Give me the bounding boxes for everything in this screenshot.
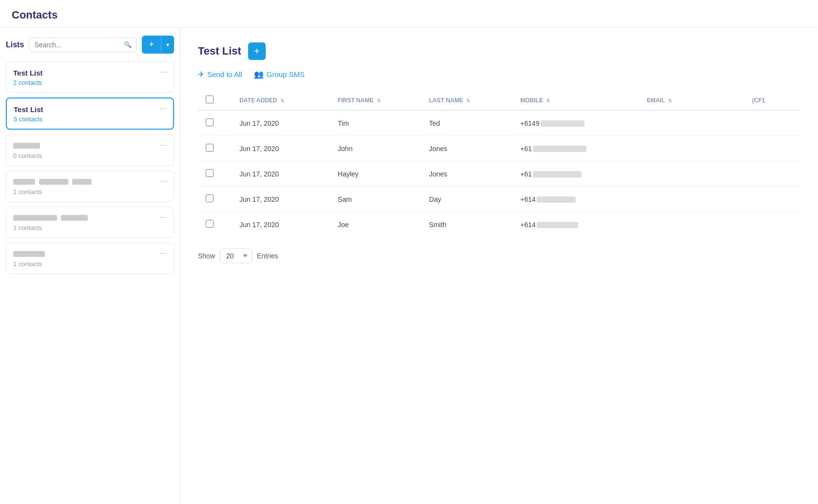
- row-checkbox[interactable]: [206, 118, 214, 126]
- row-date: Jun 17, 2020: [232, 136, 330, 161]
- row-last-name: Smith: [421, 212, 512, 237]
- th-first-name[interactable]: FIRST NAME ⇅: [330, 91, 421, 110]
- list-item[interactable]: ··· 1 contacts: [6, 207, 174, 238]
- list-item[interactable]: ··· 1 contacts: [6, 171, 174, 202]
- th-select-all[interactable]: [198, 91, 232, 110]
- table-row: Jun 17, 2020 John Jones +61: [198, 136, 800, 161]
- group-sms-label: Group SMS: [267, 70, 305, 78]
- list-item-name: [13, 142, 167, 150]
- th-cf1-label: (CF1: [752, 97, 765, 104]
- list-item-menu[interactable]: ···: [159, 104, 167, 113]
- row-cf1: [744, 161, 800, 187]
- list-item-count: 2 contacts: [13, 79, 167, 86]
- sort-arrows-lastname: ⇅: [466, 98, 470, 103]
- row-mobile: +61: [512, 161, 639, 187]
- th-date-added-label: DATE ADDED: [239, 97, 277, 104]
- list-item-menu[interactable]: ···: [160, 141, 168, 150]
- phone-prefix: +61: [520, 145, 532, 153]
- sidebar-header: Lists 🔍 + ▾: [6, 36, 174, 54]
- search-input[interactable]: [34, 41, 121, 49]
- row-cf1: [744, 187, 800, 212]
- list-item[interactable]: ··· Test List 5 contacts: [6, 97, 174, 130]
- row-email: [639, 110, 744, 136]
- row-date: Jun 17, 2020: [232, 212, 330, 237]
- table-header-row: DATE ADDED ⇅ FIRST NAME ⇅ LAST NAME ⇅: [198, 91, 800, 110]
- list-item-count: 1 contacts: [13, 188, 167, 195]
- sidebar: Lists 🔍 + ▾ ··· Test List 2 contacts ···…: [0, 28, 180, 504]
- th-email[interactable]: EMAIL ⇅: [639, 91, 744, 110]
- page-title: Contacts: [12, 9, 806, 21]
- row-last-name: Jones: [421, 136, 512, 161]
- row-first-name: Tim: [330, 110, 421, 136]
- sort-arrows-date: ⇅: [280, 98, 284, 103]
- add-list-dropdown-button[interactable]: ▾: [161, 36, 174, 54]
- row-checkbox[interactable]: [206, 144, 214, 152]
- action-bar: ✈ Send to All 👥 Group SMS: [198, 70, 800, 79]
- list-item-menu[interactable]: ···: [160, 249, 168, 258]
- list-item-menu[interactable]: ···: [160, 213, 168, 222]
- entries-select[interactable]: 10 20 50 100: [220, 249, 252, 263]
- row-email: [639, 212, 744, 237]
- sort-arrows-firstname: ⇅: [377, 98, 381, 103]
- th-cf1: (CF1: [744, 91, 800, 110]
- row-first-name: Joe: [330, 212, 421, 237]
- row-last-name: Day: [421, 187, 512, 212]
- lists-label: Lists: [6, 40, 24, 49]
- main-content: Test List + ✈ Send to All 👥 Group SMS: [180, 28, 818, 504]
- show-label: Show: [198, 252, 215, 260]
- row-checkbox-cell[interactable]: [198, 187, 232, 212]
- th-date-added[interactable]: DATE ADDED ⇅: [232, 91, 330, 110]
- row-checkbox-cell[interactable]: [198, 136, 232, 161]
- row-mobile: +614: [512, 212, 639, 237]
- search-icon: 🔍: [124, 41, 132, 48]
- phone-prefix: +614: [520, 195, 536, 203]
- list-item-count: 1 contacts: [13, 224, 167, 232]
- row-cf1: [744, 212, 800, 237]
- row-last-name: Jones: [421, 161, 512, 187]
- app-container: Contacts Lists 🔍 + ▾ ··· Test List 2 con…: [0, 0, 818, 504]
- th-mobile-label: MOBILE: [520, 97, 543, 104]
- row-checkbox-cell[interactable]: [198, 212, 232, 237]
- page-title-bar: Contacts: [0, 0, 818, 28]
- phone-blur: [537, 222, 578, 228]
- row-date: Jun 17, 2020: [232, 110, 330, 136]
- row-date: Jun 17, 2020: [232, 187, 330, 212]
- row-date: Jun 17, 2020: [232, 161, 330, 187]
- row-checkbox-cell[interactable]: [198, 161, 232, 187]
- select-all-checkbox[interactable]: [206, 96, 214, 103]
- th-last-name[interactable]: LAST NAME ⇅: [421, 91, 512, 110]
- list-item[interactable]: ··· 0 contacts: [6, 135, 174, 166]
- sort-arrows-mobile: ⇅: [546, 98, 550, 103]
- send-to-all-label: Send to All: [207, 70, 242, 78]
- row-mobile: +61: [512, 136, 639, 161]
- row-checkbox[interactable]: [206, 220, 214, 228]
- add-contact-button[interactable]: +: [248, 42, 266, 60]
- th-mobile[interactable]: MOBILE ⇅: [512, 91, 639, 110]
- list-item-menu[interactable]: ···: [160, 68, 168, 77]
- list-item[interactable]: ··· Test List 2 contacts: [6, 61, 174, 93]
- content-title: Test List: [198, 45, 241, 58]
- phone-prefix: +6149: [520, 119, 539, 127]
- row-checkbox[interactable]: [206, 169, 214, 177]
- list-item-menu[interactable]: ···: [160, 177, 168, 186]
- row-checkbox[interactable]: [206, 194, 214, 202]
- row-first-name: John: [330, 136, 421, 161]
- group-sms-button[interactable]: 👥 Group SMS: [254, 70, 305, 79]
- row-email: [639, 136, 744, 161]
- phone-prefix: +61: [520, 170, 532, 178]
- row-email: [639, 187, 744, 212]
- row-first-name: Hayley: [330, 161, 421, 187]
- phone-blur: [541, 120, 584, 127]
- content-header: Test List +: [198, 42, 800, 60]
- row-email: [639, 161, 744, 187]
- row-first-name: Sam: [330, 187, 421, 212]
- table-row: Jun 17, 2020 Joe Smith +614: [198, 212, 800, 237]
- row-checkbox-cell[interactable]: [198, 110, 232, 136]
- search-box[interactable]: 🔍: [29, 38, 137, 52]
- list-item-count: 0 contacts: [13, 152, 167, 159]
- list-item-count: 1 contacts: [13, 260, 167, 268]
- list-item[interactable]: ··· 1 contacts: [6, 243, 174, 274]
- add-list-button[interactable]: +: [142, 36, 161, 54]
- send-to-all-button[interactable]: ✈ Send to All: [198, 70, 242, 79]
- phone-blur: [537, 196, 576, 203]
